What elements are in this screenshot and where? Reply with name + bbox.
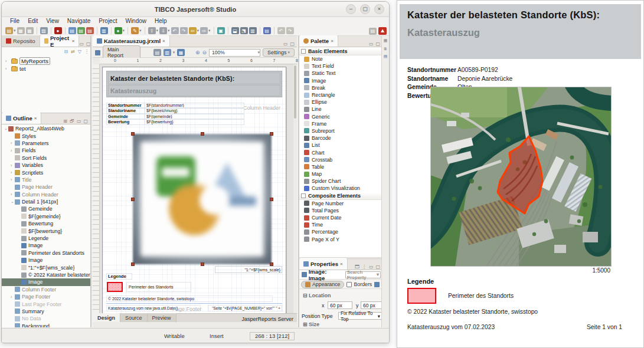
- layout-3-icon[interactable]: ▥: [249, 27, 257, 34]
- report-page[interactable]: Kataster der belasteten Standorte (KbS):…: [102, 67, 286, 313]
- minimize-panel-icon[interactable]: ▭: [79, 41, 84, 47]
- outline-item[interactable]: ⌄Detail 1 [641px]: [2, 198, 90, 205]
- palette-item-total-pages[interactable]: Total Pages: [299, 207, 383, 214]
- layout-2-icon[interactable]: ⬔: [240, 27, 248, 34]
- tab-outline[interactable]: Outline ×: [2, 113, 41, 124]
- menu-edit[interactable]: Edit: [24, 17, 41, 26]
- properties-tab-borders[interactable]: Borders: [346, 281, 372, 287]
- x-input[interactable]: 60 px: [328, 301, 352, 309]
- tab-project-explorer[interactable]: Project E ×: [40, 35, 80, 47]
- outline-item[interactable]: ›Page Footer: [2, 293, 90, 300]
- outline-item[interactable]: Image: [2, 242, 90, 249]
- align-top-icon[interactable]: ⇧: [148, 27, 156, 34]
- design-footer-right[interactable]: "Seite "+$V{PAGE_NUMBER}+" von"" " +: [208, 305, 282, 311]
- design-field-value[interactable]: $F{bezeichnung}: [145, 108, 244, 113]
- outline-item[interactable]: ›Fields: [2, 147, 90, 154]
- outline-item[interactable]: ›Column Header: [2, 191, 90, 198]
- menu-navigate[interactable]: Navigate: [64, 17, 94, 26]
- link-editor-icon[interactable]: ⇄: [71, 49, 75, 54]
- maximize-panel-icon[interactable]: ▢: [375, 41, 380, 47]
- expand-arrow-icon[interactable]: ›: [5, 59, 9, 63]
- palette-item-list[interactable]: List: [299, 142, 383, 149]
- size-section-header[interactable]: ⊞ Size: [303, 321, 319, 327]
- palette-section-header[interactable]: Basic Elements: [299, 48, 383, 55]
- outline-item[interactable]: Sort Fields: [2, 155, 90, 162]
- design-field-label[interactable]: Bewertung: [106, 119, 145, 124]
- maximize-panel-icon[interactable]: ▢: [290, 41, 295, 47]
- tab-source[interactable]: Source: [120, 313, 148, 322]
- collapse-all-icon[interactable]: ⊟: [64, 49, 68, 54]
- filter-icon[interactable]: ▽: [78, 49, 81, 54]
- dropdown-arrow-icon[interactable]: ▾: [156, 28, 159, 33]
- maximize-panel-icon[interactable]: ▢: [83, 119, 88, 124]
- design-legende-label[interactable]: Legende: [106, 273, 132, 280]
- project-tree-item[interactable]: ›MyReports: [3, 57, 90, 65]
- close-tab-icon[interactable]: ×: [34, 116, 37, 121]
- band-list-icon[interactable]: ▤: [153, 49, 161, 56]
- palette-item-page-number[interactable]: Page Number: [299, 200, 383, 207]
- open-report-icon[interactable]: ▥: [100, 27, 108, 34]
- design-legend-label[interactable]: Perimeter des Standorts: [126, 282, 191, 292]
- print-icon[interactable]: ▨: [40, 27, 48, 34]
- position-type-select[interactable]: Fix Relative To Top▾: [338, 312, 383, 320]
- selection-handle[interactable]: [201, 132, 204, 136]
- palette-item-line[interactable]: Line: [299, 106, 383, 113]
- minimize-panel-icon[interactable]: ▭: [77, 119, 81, 124]
- close-button[interactable]: ×: [374, 4, 384, 14]
- design-title-band[interactable]: Kataster der belasteten Standorte (KbS):…: [106, 71, 282, 97]
- outline-item[interactable]: Bewertung: [2, 220, 90, 227]
- expand-arrow-icon[interactable]: ›: [11, 170, 15, 175]
- outline-item[interactable]: Summary: [2, 308, 90, 315]
- wizard-icon[interactable]: ✎: [131, 27, 139, 34]
- settings-button[interactable]: Settings▾: [263, 48, 295, 57]
- design-field-row[interactable]: Standortnummer$F{standortnummer}: [106, 103, 282, 108]
- design-subtitle[interactable]: Katasterauszug: [108, 85, 280, 96]
- outline-item[interactable]: Last Page Footer: [2, 300, 90, 307]
- forward-icon[interactable]: ⇨: [200, 27, 208, 34]
- zoom-in-icon[interactable]: ⊕: [195, 50, 200, 55]
- dropdown-arrow-icon[interactable]: ▾: [123, 28, 125, 33]
- outline-thumbnail-icon[interactable]: 🗗: [70, 119, 74, 124]
- palette-section-header[interactable]: Composite Elements: [299, 192, 383, 200]
- design-field-value[interactable]: $F{standortnummer}: [145, 103, 244, 108]
- debug-icon[interactable]: ●: [54, 27, 62, 34]
- palette-item-image[interactable]: Image: [299, 77, 383, 84]
- expand-arrow-icon[interactable]: ›: [11, 149, 15, 153]
- prev-edit-icon[interactable]: ↶: [277, 27, 285, 34]
- datasource-icon[interactable]: ●: [115, 27, 122, 34]
- expand-arrow-icon[interactable]: ⌄: [4, 126, 8, 131]
- save-icon[interactable]: ▦: [17, 27, 25, 34]
- location-section-header[interactable]: ⊟ Location: [303, 293, 331, 298]
- outline-item[interactable]: ›Scriptlets: [2, 169, 90, 176]
- tab-preview[interactable]: Preview: [148, 313, 176, 322]
- design-title[interactable]: Kataster der belasteten Standorte (KbS):: [108, 73, 280, 84]
- palette-item-chart[interactable]: Chart: [299, 149, 383, 156]
- minimize-panel-icon[interactable]: ▭: [283, 41, 288, 47]
- palette-item-static-text[interactable]: Static Text: [299, 70, 383, 77]
- menu-help[interactable]: Help: [151, 17, 171, 26]
- expand-arrow-icon[interactable]: ›: [11, 295, 15, 299]
- palette-item-percentage[interactable]: Percentage: [299, 228, 383, 235]
- outline-item[interactable]: Legende: [2, 235, 90, 242]
- perspective-icon[interactable]: ▤: [369, 28, 377, 35]
- palette-item-rectangle[interactable]: Rectangle: [299, 91, 383, 99]
- view-menu-icon[interactable]: ⋮: [84, 49, 89, 54]
- dataset-icon[interactable]: ▤: [77, 27, 85, 34]
- design-field-row[interactable]: Gemeinde$F{gemeinde}: [106, 114, 282, 119]
- minimize-panel-icon[interactable]: ▭: [369, 41, 374, 47]
- new-report-wizard-icon[interactable]: ▤: [5, 27, 13, 34]
- compile-report-icon[interactable]: ▤: [68, 27, 76, 34]
- search-property-input[interactable]: Search Property▾: [345, 271, 381, 278]
- palette-item-ellipse[interactable]: Ellipse: [299, 99, 383, 106]
- maximize-button[interactable]: ▢: [360, 4, 370, 14]
- selection-handle[interactable]: [201, 262, 204, 266]
- expand-arrow-icon[interactable]: ›: [11, 178, 15, 182]
- outline-item[interactable]: ›Title: [2, 176, 90, 183]
- outline-item[interactable]: Image: [2, 278, 90, 285]
- y-input[interactable]: 60 px: [361, 301, 382, 309]
- outline-item[interactable]: $F{gemeinde}: [2, 213, 90, 220]
- design-field-label[interactable]: Standortnummer: [106, 103, 145, 108]
- palette-item-table[interactable]: Table: [299, 163, 383, 170]
- palette-item-note[interactable]: Note: [299, 55, 383, 63]
- selection-handle[interactable]: [270, 132, 273, 136]
